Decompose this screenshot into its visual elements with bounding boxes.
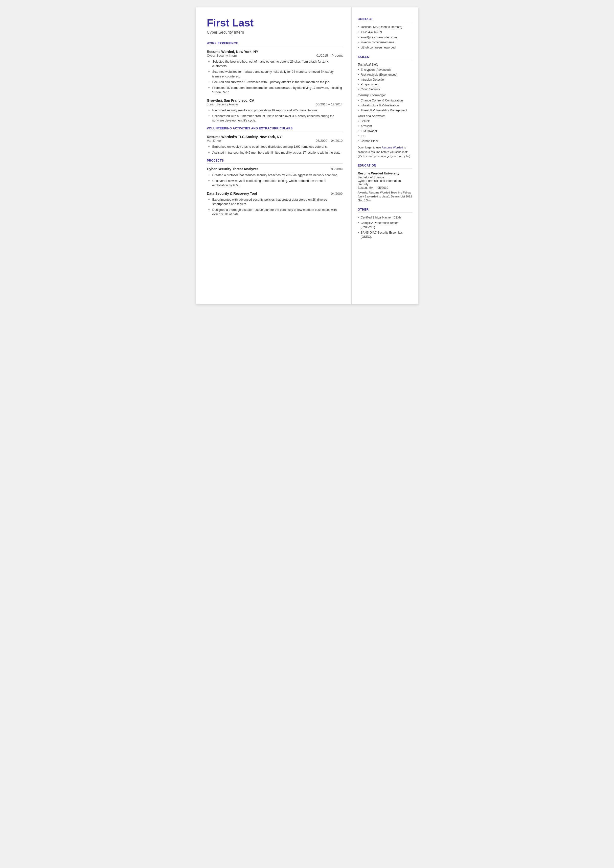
list-item: Assisted in transporting 945 members wit… xyxy=(208,151,343,155)
list-item: Collaborated with a 9-member product uni… xyxy=(208,114,343,123)
job-role-1: Cyber Security Intern xyxy=(207,54,237,57)
employer-1: Resume Worded, New York, NY xyxy=(207,50,343,54)
volunteering-block: Resume Worded's TLC Society, New York, N… xyxy=(207,135,343,155)
job-block-1: Resume Worded, New York, NY Cyber Securi… xyxy=(207,50,343,95)
work-experience-header: WORK EXPERIENCE xyxy=(207,42,343,46)
job-dates-1: 01/2015 – Present xyxy=(316,54,343,57)
list-item: Protected 1K computers from destruction … xyxy=(208,85,343,95)
resume-container: First Last Cyber Security Intern WORK EX… xyxy=(196,8,419,304)
project-title-row-1: Cyber Security Threat Analyzer 05/2009 xyxy=(207,167,343,171)
list-item: ArcSight xyxy=(358,124,412,129)
list-item: Cloud Security xyxy=(358,87,412,92)
project-bullets-2: Experimented with advanced security poli… xyxy=(207,197,343,217)
job-role-2: Junior Security Analyst xyxy=(207,102,240,106)
edu-awards: Awards: Resume Worded Teaching Fellow (o… xyxy=(358,191,412,202)
list-item: Risk Analysis (Experienced) xyxy=(358,73,412,77)
list-item: Selected the best method, out of many ot… xyxy=(208,59,343,68)
list-item: Recorded security results and proposals … xyxy=(208,108,343,113)
contact-phone: +1-234-456-789 xyxy=(358,30,412,34)
education-section: EDUCATION Resume Worded University Bache… xyxy=(358,164,412,202)
list-item: Uncovered new ways of conducting penetra… xyxy=(208,179,343,188)
project-date-2: 04/2009 xyxy=(331,192,343,196)
contact-section: CONTACT Jackson, MS (Open to Remote) +1-… xyxy=(358,17,412,50)
contact-list: Jackson, MS (Open to Remote) +1-234-456-… xyxy=(358,25,412,50)
list-item: Infrastructure & Virtualization xyxy=(358,103,412,108)
left-column: First Last Cyber Security Intern WORK EX… xyxy=(196,8,352,304)
list-item: Created a protocol that reduces security… xyxy=(208,173,343,177)
job-bullets-1: Selected the best method, out of many ot… xyxy=(207,59,343,95)
education-header: EDUCATION xyxy=(358,164,412,169)
contact-email: email@resumeworded.com xyxy=(358,36,412,40)
projects-header: PROJECTS xyxy=(207,159,343,163)
project-block-1: Cyber Security Threat Analyzer 05/2009 C… xyxy=(207,167,343,188)
job-role-row-2: Junior Security Analyst 06/2010 – 12/201… xyxy=(207,102,343,106)
technical-skill-label: Technical Skill: xyxy=(358,63,412,66)
list-item: Encryption (Advanced) xyxy=(358,68,412,72)
contact-location: Jackson, MS (Open to Remote) xyxy=(358,25,412,29)
contact-header: CONTACT xyxy=(358,17,412,22)
vol-role-row: Van Driver 06/2009 – 04/2010 xyxy=(207,139,343,143)
edu-field: Cyber Forensics and Information Security xyxy=(358,179,412,186)
tools-label: Tools and Software: xyxy=(358,114,412,118)
other-list: Certified Ethical Hacker (CEH). CompTIA … xyxy=(358,216,412,239)
volunteering-header: VOLUNTEERING ACTIVITIES AND EXTRACURRICU… xyxy=(207,127,343,131)
industry-skills-list: Change Control & Configuration Infrastru… xyxy=(358,98,412,112)
contact-github: github.com/resumeworded xyxy=(358,45,412,50)
project-title-2: Data Security & Recovery Tool xyxy=(207,191,257,196)
list-item: Experimented with advanced security poli… xyxy=(208,197,343,207)
list-item: Carbon Black xyxy=(358,139,412,143)
tools-list: Splunk ArcSight IBM QRadar IPS Carbon Bl… xyxy=(358,119,412,143)
list-item: Intrusion Detection xyxy=(358,78,412,82)
list-item: SANS GIAC Security Essentials (GSEC). xyxy=(358,231,412,239)
vol-dates: 06/2009 – 04/2010 xyxy=(316,139,343,143)
list-item: Embarked on weekly trips to obtain food … xyxy=(208,144,343,149)
list-item: Designed a thorough disaster rescue plan… xyxy=(208,208,343,216)
list-item: Splunk xyxy=(358,119,412,123)
right-column: CONTACT Jackson, MS (Open to Remote) +1-… xyxy=(352,8,419,304)
edu-degree: Bachelor of Science xyxy=(358,175,412,179)
list-item: Secured and surveyed 18 websites with 0 … xyxy=(208,80,343,84)
technical-skills-list: Encryption (Advanced) Risk Analysis (Exp… xyxy=(358,68,412,92)
job-role-row-1: Cyber Security Intern 01/2015 – Present xyxy=(207,54,343,57)
list-item: IBM QRadar xyxy=(358,129,412,134)
job-dates-2: 06/2010 – 12/2014 xyxy=(316,102,343,106)
other-section: OTHER Certified Ethical Hacker (CEH). Co… xyxy=(358,208,412,239)
edu-school: Resume Worded University xyxy=(358,171,412,175)
vol-role: Van Driver xyxy=(207,139,222,143)
project-date-1: 05/2009 xyxy=(331,167,343,171)
list-item: Programming xyxy=(358,82,412,87)
list-item: Scanned websites for malware and securit… xyxy=(208,70,343,78)
job-bullets-2: Recorded security results and proposals … xyxy=(207,108,343,123)
candidate-name: First Last xyxy=(207,17,343,29)
list-item: Change Control & Configuration xyxy=(358,98,412,103)
edu-location: Boston, MA — 05/2010 xyxy=(358,186,412,189)
project-bullets-1: Created a protocol that reduces security… xyxy=(207,173,343,188)
other-header: OTHER xyxy=(358,208,412,213)
job-block-2: Growthsi, San Francisco, CA Junior Secur… xyxy=(207,98,343,123)
contact-linkedin: linkedin.com/in/username xyxy=(358,40,412,45)
candidate-title: Cyber Security Intern xyxy=(207,30,343,35)
list-item: Certified Ethical Hacker (CEH). xyxy=(358,216,412,220)
vol-bullets: Embarked on weekly trips to obtain food … xyxy=(207,144,343,155)
project-block-2: Data Security & Recovery Tool 04/2009 Ex… xyxy=(207,191,343,217)
skills-section: SKILLS Technical Skill: Encryption (Adva… xyxy=(358,55,412,158)
vol-employer: Resume Worded's TLC Society, New York, N… xyxy=(207,135,343,139)
project-title-1: Cyber Security Threat Analyzer xyxy=(207,167,258,171)
employer-2: Growthsi, San Francisco, CA xyxy=(207,98,343,102)
industry-knowledge-label: Industry Knowledge: xyxy=(358,93,412,97)
promo-before: Don't forget to use xyxy=(358,146,382,149)
list-item: IPS xyxy=(358,134,412,138)
list-item: Threat & Vulnerability Management xyxy=(358,109,412,113)
promo-text: Don't forget to use Resume Worded to sca… xyxy=(358,146,412,158)
list-item: CompTIA Penetration Tester (PenTest+). xyxy=(358,221,412,230)
promo-link[interactable]: Resume Worded xyxy=(381,146,403,149)
project-title-row-2: Data Security & Recovery Tool 04/2009 xyxy=(207,191,343,196)
skills-header: SKILLS xyxy=(358,55,412,60)
